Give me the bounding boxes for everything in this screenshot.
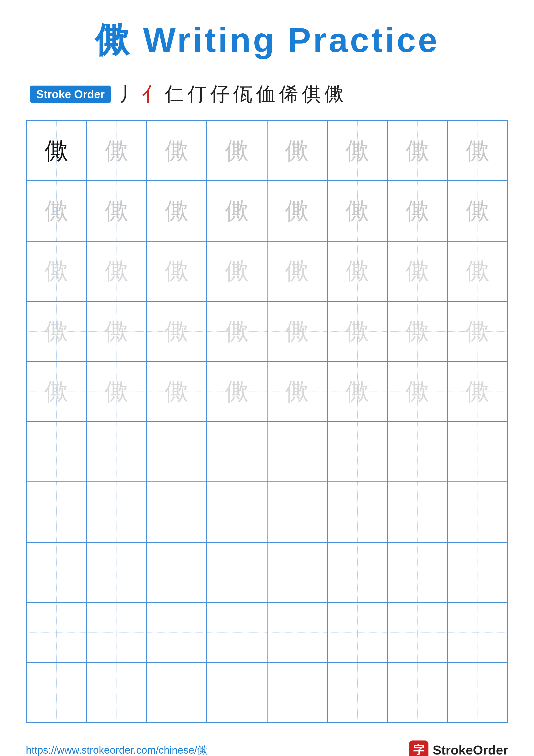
- grid-cell-4-0[interactable]: 僛: [26, 362, 87, 422]
- char-display: 僛: [165, 139, 189, 163]
- grid-cell-3-4[interactable]: 僛: [267, 301, 327, 362]
- grid-cell-2-1[interactable]: 僛: [87, 241, 146, 301]
- grid-cell-6-6[interactable]: [387, 482, 447, 542]
- char-display: 僛: [225, 199, 249, 223]
- footer-url[interactable]: https://www.strokeorder.com/chinese/僛: [26, 743, 207, 756]
- grid-cell-8-7[interactable]: [447, 602, 508, 662]
- grid-cell-7-1[interactable]: [87, 542, 146, 602]
- grid-cell-9-3[interactable]: [207, 662, 267, 723]
- char-display: 僛: [466, 320, 489, 343]
- grid-cell-2-3[interactable]: 僛: [207, 241, 267, 301]
- grid-cell-8-2[interactable]: [147, 602, 207, 662]
- page-title: 僛 Writing Practice: [95, 17, 440, 64]
- grid-cell-9-4[interactable]: [267, 662, 327, 723]
- grid-cell-0-0[interactable]: 僛: [26, 121, 87, 181]
- grid-cell-1-6[interactable]: 僛: [387, 181, 447, 241]
- title-text: Writing Practice: [131, 21, 440, 59]
- grid-cell-1-2[interactable]: 僛: [147, 181, 207, 241]
- grid-cell-1-1[interactable]: 僛: [87, 181, 146, 241]
- page: 僛 Writing Practice Stroke Order 丿 亻 仁 仃 …: [0, 0, 534, 756]
- grid-cell-8-4[interactable]: [267, 602, 327, 662]
- grid-cell-9-1[interactable]: [87, 662, 146, 723]
- grid-cell-7-7[interactable]: [447, 542, 508, 602]
- grid-cell-8-0[interactable]: [26, 602, 87, 662]
- grid-cell-1-0[interactable]: 僛: [26, 181, 87, 241]
- grid-cell-3-2[interactable]: 僛: [147, 301, 207, 362]
- grid-cell-0-3[interactable]: 僛: [207, 121, 267, 181]
- grid-cell-0-2[interactable]: 僛: [147, 121, 207, 181]
- grid-cell-8-5[interactable]: [327, 602, 387, 662]
- grid-cell-8-1[interactable]: [87, 602, 146, 662]
- grid-cell-5-3[interactable]: [207, 422, 267, 482]
- grid-cell-9-5[interactable]: [327, 662, 387, 723]
- grid-cell-4-2[interactable]: 僛: [147, 362, 207, 422]
- grid-cell-7-0[interactable]: [26, 542, 87, 602]
- grid-cell-2-0[interactable]: 僛: [26, 241, 87, 301]
- char-display: 僛: [345, 199, 369, 223]
- grid-cell-6-7[interactable]: [447, 482, 508, 542]
- grid-cell-9-2[interactable]: [147, 662, 207, 723]
- grid-cell-0-5[interactable]: 僛: [327, 121, 387, 181]
- stroke-order-badge[interactable]: Stroke Order: [30, 86, 111, 103]
- grid-cell-6-0[interactable]: [26, 482, 87, 542]
- stroke-3: 仁: [165, 81, 184, 107]
- grid-cell-4-4[interactable]: 僛: [267, 362, 327, 422]
- char-display: 僛: [406, 139, 429, 163]
- grid-cell-4-1[interactable]: 僛: [87, 362, 146, 422]
- grid-cell-3-7[interactable]: 僛: [447, 301, 508, 362]
- grid-cell-9-7[interactable]: [447, 662, 508, 723]
- grid-row-3: 僛 僛 僛 僛 僛 僛 僛 僛: [26, 301, 508, 362]
- grid-cell-0-6[interactable]: 僛: [387, 121, 447, 181]
- grid-cell-6-1[interactable]: [87, 482, 146, 542]
- grid-cell-3-1[interactable]: 僛: [87, 301, 146, 362]
- grid-cell-4-3[interactable]: 僛: [207, 362, 267, 422]
- grid-cell-5-1[interactable]: [87, 422, 146, 482]
- grid-cell-7-5[interactable]: [327, 542, 387, 602]
- grid-cell-9-0[interactable]: [26, 662, 87, 723]
- grid-cell-7-3[interactable]: [207, 542, 267, 602]
- grid-cell-9-6[interactable]: [387, 662, 447, 723]
- grid-cell-4-7[interactable]: 僛: [447, 362, 508, 422]
- grid-cell-1-4[interactable]: 僛: [267, 181, 327, 241]
- char-display: 僛: [406, 199, 429, 223]
- char-display: 僛: [466, 199, 489, 223]
- grid-cell-5-2[interactable]: [147, 422, 207, 482]
- grid-cell-3-0[interactable]: 僛: [26, 301, 87, 362]
- grid-cell-0-1[interactable]: 僛: [87, 121, 146, 181]
- grid-cell-3-5[interactable]: 僛: [327, 301, 387, 362]
- grid-cell-2-5[interactable]: 僛: [327, 241, 387, 301]
- grid-cell-5-4[interactable]: [267, 422, 327, 482]
- grid-cell-0-4[interactable]: 僛: [267, 121, 327, 181]
- grid-cell-8-6[interactable]: [387, 602, 447, 662]
- char-display: 僛: [285, 199, 309, 223]
- stroke-order-row: Stroke Order 丿 亻 仁 仃 仔 佤 侐 俙 倛 僛: [26, 81, 508, 107]
- grid-cell-2-2[interactable]: 僛: [147, 241, 207, 301]
- grid-cell-5-6[interactable]: [387, 422, 447, 482]
- grid-cell-6-4[interactable]: [267, 482, 327, 542]
- grid-cell-5-0[interactable]: [26, 422, 87, 482]
- grid-cell-3-3[interactable]: 僛: [207, 301, 267, 362]
- grid-cell-2-6[interactable]: 僛: [387, 241, 447, 301]
- grid-cell-1-3[interactable]: 僛: [207, 181, 267, 241]
- char-display: 僛: [45, 320, 68, 343]
- char-display: 僛: [165, 380, 189, 403]
- grid-cell-6-5[interactable]: [327, 482, 387, 542]
- grid-cell-2-4[interactable]: 僛: [267, 241, 327, 301]
- footer-brand: 字 StrokeOrder: [409, 741, 508, 756]
- grid-cell-4-6[interactable]: 僛: [387, 362, 447, 422]
- grid-cell-0-7[interactable]: 僛: [447, 121, 508, 181]
- grid-cell-6-3[interactable]: [207, 482, 267, 542]
- grid-cell-7-2[interactable]: [147, 542, 207, 602]
- grid-cell-5-7[interactable]: [447, 422, 508, 482]
- grid-cell-1-7[interactable]: 僛: [447, 181, 508, 241]
- grid-cell-4-5[interactable]: 僛: [327, 362, 387, 422]
- grid-cell-8-3[interactable]: [207, 602, 267, 662]
- grid-cell-7-4[interactable]: [267, 542, 327, 602]
- grid-cell-6-2[interactable]: [147, 482, 207, 542]
- grid-cell-3-6[interactable]: 僛: [387, 301, 447, 362]
- grid-cell-5-5[interactable]: [327, 422, 387, 482]
- grid-cell-2-7[interactable]: 僛: [447, 241, 508, 301]
- grid-cell-1-5[interactable]: 僛: [327, 181, 387, 241]
- grid-cell-7-6[interactable]: [387, 542, 447, 602]
- char-display: 僛: [285, 139, 309, 163]
